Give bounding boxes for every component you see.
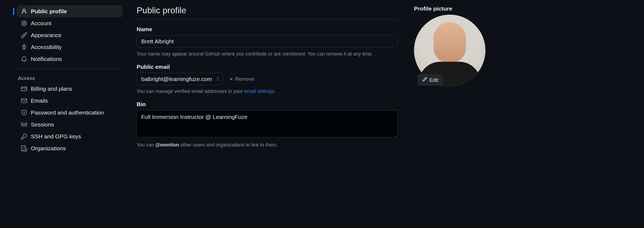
mail-icon	[21, 98, 27, 104]
edit-label: Edit	[429, 77, 438, 83]
main-content: Public profile Name Your name may appear…	[127, 0, 414, 228]
sidebar-item-billing[interactable]: Billing and plans	[17, 83, 122, 95]
sidebar-section-access: Access	[17, 73, 122, 83]
sidebar-item-label: Notifications	[31, 56, 62, 62]
sidebar-item-label: Appearance	[31, 32, 61, 38]
sidebar-item-accessibility[interactable]: Accessibility	[17, 41, 122, 53]
name-input[interactable]	[137, 35, 398, 48]
profile-picture-section: Profile picture Edit	[414, 0, 502, 228]
key-icon	[21, 133, 27, 139]
x-icon	[229, 77, 234, 82]
credit-card-icon	[21, 86, 27, 92]
sidebar-item-label: Emails	[31, 97, 48, 104]
sidebar-item-label: Account	[31, 20, 51, 27]
email-label: Public email	[137, 64, 398, 70]
sidebar-item-label: Accessibility	[31, 44, 62, 50]
sidebar-item-sessions[interactable]: Sessions	[17, 119, 122, 131]
sidebar-item-label: Organizations	[31, 145, 66, 152]
email-settings-link[interactable]: email settings	[244, 89, 274, 94]
remove-label: Remove	[235, 76, 254, 82]
broadcast-icon	[21, 122, 27, 128]
bio-form-group: Bio You can @mention other users and org…	[137, 101, 398, 149]
profile-picture-label: Profile picture	[414, 5, 485, 12]
sidebar-divider	[17, 69, 122, 69]
page-title: Public profile	[137, 5, 398, 15]
title-divider	[137, 19, 398, 19]
email-form-group: Public email balbright@learningfuze.com …	[137, 64, 398, 95]
bio-label: Bio	[137, 101, 398, 108]
sidebar-item-public-profile[interactable]: Public profile	[17, 5, 122, 17]
person-icon	[21, 8, 27, 14]
name-form-group: Name Your name may appear around GitHub …	[137, 26, 398, 58]
bio-help-text: You can @mention other users and organiz…	[137, 141, 398, 149]
edit-picture-button[interactable]: Edit	[418, 74, 443, 86]
sidebar-item-appearance[interactable]: Appearance	[17, 29, 122, 41]
sidebar-item-account[interactable]: Account	[17, 17, 122, 29]
organization-icon	[21, 145, 27, 151]
email-help-text: You can manage verified email addresses …	[137, 88, 398, 95]
pencil-icon	[422, 77, 427, 83]
name-help-text: Your name may appear around GitHub where…	[137, 50, 398, 58]
settings-sidebar: Public profile Account Appearance Access…	[0, 0, 127, 228]
sidebar-item-label: Public profile	[31, 8, 67, 15]
bell-icon	[21, 56, 27, 62]
sidebar-item-notifications[interactable]: Notifications	[17, 53, 122, 65]
sidebar-item-emails[interactable]: Emails	[17, 95, 122, 107]
sidebar-item-password[interactable]: Password and authentication	[17, 107, 122, 119]
bio-textarea[interactable]	[137, 110, 398, 137]
sidebar-item-label: Password and authentication	[31, 109, 104, 116]
remove-email-button[interactable]: Remove	[229, 76, 254, 82]
sidebar-item-label: Billing and plans	[31, 86, 72, 92]
gear-icon	[21, 20, 27, 26]
paintbrush-icon	[21, 32, 27, 38]
sidebar-item-ssh-keys[interactable]: SSH and GPG keys	[17, 131, 122, 142]
sidebar-item-organizations[interactable]: Organizations	[17, 142, 122, 154]
email-select[interactable]: balbright@learningfuze.com	[137, 73, 223, 85]
name-label: Name	[137, 26, 398, 32]
sidebar-item-label: SSH and GPG keys	[31, 133, 81, 140]
sidebar-item-label: Sessions	[31, 121, 54, 128]
accessibility-icon	[21, 44, 27, 50]
shield-lock-icon	[21, 110, 27, 116]
